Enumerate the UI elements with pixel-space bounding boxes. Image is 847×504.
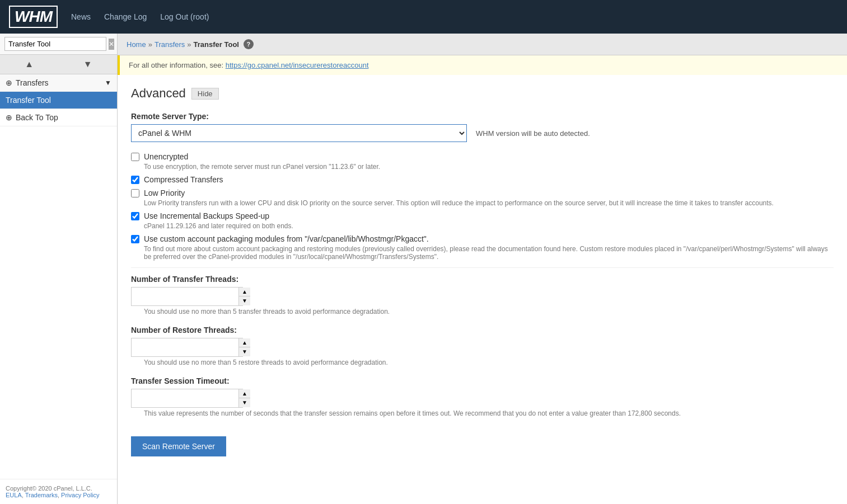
restore-threads-down[interactable]: ▼ (239, 347, 250, 356)
compressed-text: Compressed Transfers (144, 175, 223, 184)
low-priority-group: Low Priority Low Priority transfers run … (131, 189, 834, 207)
restore-threads-input[interactable]: 5 (132, 338, 238, 356)
transfer-threads-help: You should use no more than 5 transfer t… (144, 308, 834, 315)
eula-link[interactable]: EULA (6, 492, 22, 498)
low-priority-help: Low Priority transfers run with a lower … (144, 199, 834, 207)
transfer-threads-up[interactable]: ▲ (239, 288, 250, 296)
transfer-tool-label: Transfer Tool (6, 96, 51, 105)
transfer-threads-input[interactable]: 5 (132, 288, 238, 305)
breadcrumb-current: Transfer Tool (194, 40, 239, 49)
main-content: Home » Transfers » Transfer Tool ? For a… (118, 34, 847, 504)
layout: Transfer Tool ✕ ▲ ▼ ⊕ Transfers ▼ Transf… (0, 34, 847, 504)
sidebar: Transfer Tool ✕ ▲ ▼ ⊕ Transfers ▼ Transf… (0, 34, 118, 504)
sidebar-transfers-label: Transfers (16, 78, 49, 87)
restore-threads-input-wrapper: 5 ▲ ▼ (131, 338, 243, 357)
incremental-label[interactable]: Use Incremental Backups Speed-up (131, 211, 834, 220)
sidebar-item-back-to-top[interactable]: ⊕ Back To Top (0, 109, 117, 126)
restore-threads-up[interactable]: ▲ (239, 338, 250, 347)
sidebar-item-transfers[interactable]: ⊕ Transfers ▼ (0, 74, 117, 92)
remote-server-type-row: cPanel & WHM DirectAdmin Plesk Generic (… (131, 124, 834, 142)
session-timeout-group: Transfer Session Timeout: 1800 ▲ ▼ This … (131, 376, 834, 417)
breadcrumb-sep1: » (148, 40, 152, 49)
custom-packaging-checkbox[interactable] (131, 235, 139, 243)
breadcrumb-sep2: » (187, 40, 191, 49)
transfer-threads-spinner: ▲ ▼ (238, 288, 250, 305)
custom-packaging-label[interactable]: Use custom account packaging modules fro… (131, 234, 834, 243)
back-to-top-label: Back To Top (16, 113, 58, 122)
custom-packaging-help: To find out more about custom account pa… (144, 245, 834, 261)
remote-server-type-label: Remote Server Type: (131, 112, 834, 121)
session-timeout-input[interactable]: 1800 (132, 389, 238, 407)
breadcrumb-transfers[interactable]: Transfers (155, 40, 185, 49)
compressed-group: Compressed Transfers (131, 175, 834, 184)
chevron-icon: ▼ (105, 79, 111, 87)
restore-threads-group: Number of Restore Threads: 5 ▲ ▼ You sho… (131, 326, 834, 366)
unencrypted-checkbox[interactable] (131, 153, 139, 161)
unencrypted-help: To use encryption, the remote server mus… (144, 163, 834, 171)
transfer-threads-input-wrapper: 5 ▲ ▼ (131, 287, 243, 306)
low-priority-checkbox[interactable] (131, 189, 139, 197)
transfer-threads-group: Number of Transfer Threads: 5 ▲ ▼ You sh… (131, 275, 834, 315)
transfers-expand-icon: ⊕ (6, 78, 12, 87)
nav-up-button[interactable]: ▲ (0, 55, 59, 74)
advanced-title: Advanced (131, 86, 186, 101)
auto-detect-text: WHM version will be auto detected. (476, 129, 590, 138)
session-timeout-spinner: ▲ ▼ (238, 389, 250, 407)
restore-threads-help: You should use no more than 5 restore th… (144, 359, 834, 366)
nav-arrows: ▲ ▼ (0, 55, 117, 74)
search-bar: Transfer Tool ✕ (0, 34, 117, 55)
transfer-threads-down[interactable]: ▼ (239, 296, 250, 305)
restore-threads-spinner: ▲ ▼ (238, 338, 250, 356)
custom-packaging-group: Use custom account packaging modules fro… (131, 234, 834, 261)
help-icon[interactable]: ? (244, 39, 254, 49)
unencrypted-text: Unencrypted (144, 152, 188, 161)
session-timeout-help: This value represents the number of seco… (144, 409, 834, 417)
session-timeout-up[interactable]: ▲ (239, 389, 250, 398)
trademarks-link[interactable]: Trademarks (25, 492, 58, 498)
privacy-link[interactable]: Privacy Policy (61, 492, 99, 498)
divider1 (131, 267, 834, 268)
compressed-checkbox[interactable] (131, 176, 139, 184)
session-timeout-down[interactable]: ▼ (239, 398, 250, 407)
notice-link[interactable]: https://go.cpanel.net/insecurerestoreacc… (226, 61, 369, 69)
sidebar-footer: Copyright© 2020 cPanel, L.L.C. EULA, Tra… (0, 479, 117, 504)
nav-changelog[interactable]: Change Log (104, 12, 147, 21)
copyright-text: Copyright© 2020 cPanel, L.L.C. (6, 485, 92, 492)
compressed-label[interactable]: Compressed Transfers (131, 175, 834, 184)
search-clear-button[interactable]: ✕ (109, 39, 114, 50)
breadcrumb-home[interactable]: Home (127, 40, 146, 49)
low-priority-text: Low Priority (144, 189, 185, 197)
advanced-section-header: Advanced Hide (131, 86, 834, 101)
notice-box: For all other information, see: https://… (118, 55, 847, 75)
remote-server-type-select[interactable]: cPanel & WHM DirectAdmin Plesk Generic (… (131, 124, 467, 142)
session-timeout-label: Transfer Session Timeout: (131, 376, 834, 385)
incremental-help: cPanel 11.29.126 and later required on b… (144, 222, 834, 230)
scan-remote-server-button[interactable]: Scan Remote Server (131, 436, 226, 456)
whm-logo: WHM (9, 6, 58, 28)
restore-threads-label: Number of Restore Threads: (131, 326, 834, 335)
search-input[interactable]: Transfer Tool (4, 37, 106, 51)
nav-down-button[interactable]: ▼ (59, 55, 118, 74)
custom-packaging-text: Use custom account packaging modules fro… (144, 234, 429, 243)
nav-logout[interactable]: Log Out (root) (160, 12, 209, 21)
incremental-text: Use Incremental Backups Speed-up (144, 211, 269, 220)
top-nav: WHM News Change Log Log Out (root) (0, 0, 847, 34)
sidebar-item-transfer-tool[interactable]: Transfer Tool (0, 92, 117, 109)
content-area: Advanced Hide Remote Server Type: cPanel… (118, 75, 847, 468)
unencrypted-label[interactable]: Unencrypted (131, 152, 834, 161)
transfer-threads-label: Number of Transfer Threads: (131, 275, 834, 284)
incremental-checkbox[interactable] (131, 212, 139, 220)
breadcrumb: Home » Transfers » Transfer Tool ? (118, 34, 847, 55)
low-priority-label[interactable]: Low Priority (131, 189, 834, 197)
back-to-top-icon: ⊕ (6, 113, 12, 122)
hide-button[interactable]: Hide (191, 88, 219, 100)
remote-server-type-group: Remote Server Type: cPanel & WHM DirectA… (131, 112, 834, 142)
session-timeout-input-wrapper: 1800 ▲ ▼ (131, 389, 243, 408)
incremental-group: Use Incremental Backups Speed-up cPanel … (131, 211, 834, 230)
notice-text: For all other information, see: (129, 61, 226, 69)
unencrypted-group: Unencrypted To use encryption, the remot… (131, 152, 834, 171)
nav-news[interactable]: News (71, 12, 91, 21)
